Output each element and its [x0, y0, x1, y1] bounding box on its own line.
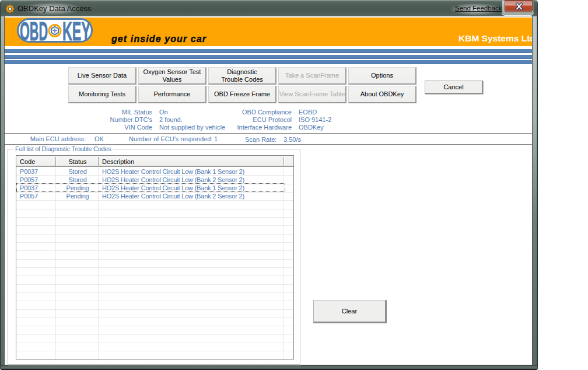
svg-text:OBD: OBD	[20, 18, 48, 43]
svg-text:KEY: KEY	[62, 18, 90, 43]
